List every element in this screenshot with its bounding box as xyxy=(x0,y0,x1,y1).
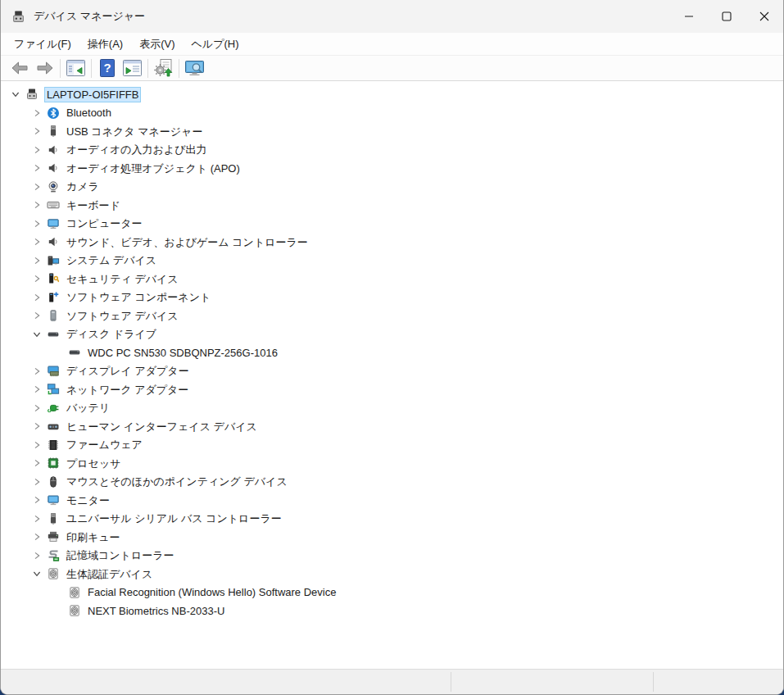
audio-icon xyxy=(47,235,60,248)
chevron-right-icon[interactable] xyxy=(29,310,47,321)
chevron-right-icon[interactable] xyxy=(29,550,47,561)
chevron-right-icon[interactable] xyxy=(29,273,47,284)
tree-item-label: ソフトウェア デバイス xyxy=(66,309,179,323)
chevron-right-icon[interactable] xyxy=(29,531,47,543)
tree-item[interactable]: Facial Recognition (Windows Hello) Softw… xyxy=(1,584,783,602)
chevron-down-icon[interactable] xyxy=(29,568,47,579)
minimize-button[interactable] xyxy=(670,0,708,33)
maximize-button[interactable] xyxy=(708,0,745,33)
firmware-icon xyxy=(47,438,60,452)
chevron-right-icon[interactable] xyxy=(29,420,47,432)
chevron-right-icon[interactable] xyxy=(29,384,47,395)
tree-item-label: ファームウェア xyxy=(66,438,143,452)
tree-item[interactable]: WDC PC SN530 SDBQNPZ-256G-1016 xyxy=(1,343,783,362)
close-button[interactable] xyxy=(745,0,783,33)
tree-item-label: WDC PC SN530 SDBQNPZ-256G-1016 xyxy=(88,346,278,360)
tree-item[interactable]: モニター xyxy=(1,491,783,510)
tree-item[interactable]: カメラ xyxy=(1,178,783,197)
chevron-right-icon[interactable] xyxy=(29,476,47,488)
chevron-right-icon[interactable] xyxy=(29,513,47,525)
chevron-down-icon[interactable] xyxy=(29,329,47,340)
statusbar-separator xyxy=(451,672,451,692)
chevron-right-icon[interactable] xyxy=(29,494,47,506)
remote-computer-button[interactable] xyxy=(182,57,207,79)
computer-icon xyxy=(47,217,60,230)
camera-icon xyxy=(47,180,60,193)
tree-item[interactable]: 印刷キュー xyxy=(1,528,783,547)
chevron-right-icon[interactable] xyxy=(29,439,47,451)
device-manager-icon xyxy=(11,10,25,24)
disk-drive-icon xyxy=(47,328,60,341)
tree-item[interactable]: 記憶域コントローラー xyxy=(1,547,783,566)
statusbar xyxy=(1,669,783,694)
show-console-tree-button[interactable] xyxy=(63,57,88,79)
tree-item[interactable]: システム デバイス xyxy=(1,252,783,270)
help-button[interactable]: ? xyxy=(94,57,120,79)
back-button[interactable] xyxy=(7,57,32,79)
tree-item[interactable]: コンピューター xyxy=(1,215,783,234)
tree-item[interactable]: 生体認証デバイス xyxy=(1,565,783,584)
tree-item[interactable]: バッテリ xyxy=(1,399,783,418)
toolbar-separator xyxy=(91,59,92,78)
chevron-right-icon[interactable] xyxy=(29,181,47,193)
tree-item-label: プロセッサ xyxy=(66,457,121,470)
chevron-right-icon[interactable] xyxy=(29,107,47,119)
tree-item-label: 記憶域コントローラー xyxy=(66,548,174,562)
chevron-right-icon[interactable] xyxy=(29,457,47,469)
tree-item[interactable]: ソフトウェア コンポーネント xyxy=(1,288,783,307)
tree-item[interactable]: セキュリティ デバイス xyxy=(1,270,783,288)
tree-item[interactable]: マウスとそのほかのポインティング デバイス xyxy=(1,473,783,492)
printer-icon xyxy=(47,530,60,543)
tree-item[interactable]: オーディオの入力および出力 xyxy=(1,141,783,160)
tree-item[interactable]: ネットワーク アダプター xyxy=(1,380,783,399)
tree-item[interactable]: ファームウェア xyxy=(1,436,783,455)
chevron-right-icon[interactable] xyxy=(29,366,47,377)
tree-item[interactable]: キーボード xyxy=(1,196,783,215)
properties-button[interactable] xyxy=(120,57,145,79)
tree-item[interactable]: Bluetooth xyxy=(1,104,783,123)
device-manager-window: デバイス マネージャー ファイル(F) 操作(A) 表示(V) ヘルプ(H) xyxy=(0,0,784,695)
storage-controller-icon xyxy=(47,549,60,562)
tree-item[interactable]: オーディオ処理オブジェクト (APO) xyxy=(1,159,783,178)
tree-item[interactable]: USB コネクタ マネージャー xyxy=(1,122,783,141)
chevron-right-icon[interactable] xyxy=(29,236,47,248)
tree-item[interactable]: ディスク ドライブ xyxy=(1,325,783,344)
menu-help[interactable]: ヘルプ(H) xyxy=(184,34,247,54)
menu-action[interactable]: 操作(A) xyxy=(79,34,131,54)
tree-item[interactable]: ディスプレイ アダプター xyxy=(1,362,783,381)
chevron-right-icon[interactable] xyxy=(29,199,47,211)
forward-button[interactable] xyxy=(32,57,57,79)
chevron-down-icon[interactable] xyxy=(7,89,25,100)
biometric-icon xyxy=(68,604,81,617)
chevron-right-icon[interactable] xyxy=(29,218,47,229)
tree-item-label: ユニバーサル シリアル バス コントローラー xyxy=(66,511,282,525)
back-arrow-icon xyxy=(10,58,29,78)
scan-hardware-changes-button[interactable] xyxy=(151,57,176,79)
chevron-right-icon[interactable] xyxy=(29,144,47,156)
tree-item-label: マウスとそのほかのポインティング デバイス xyxy=(66,475,288,488)
menu-file[interactable]: ファイル(F) xyxy=(6,34,79,54)
toolbar: ? xyxy=(1,55,783,81)
chevron-right-icon[interactable] xyxy=(29,292,47,303)
chevron-right-icon[interactable] xyxy=(29,125,47,137)
tree-item[interactable]: ソフトウェア デバイス xyxy=(1,307,783,325)
tree-item[interactable]: NEXT Biometrics NB-2033-U xyxy=(1,602,783,620)
tree-item-label: システム デバイス xyxy=(66,253,156,267)
forward-arrow-icon xyxy=(35,58,55,78)
titlebar: デバイス マネージャー xyxy=(1,0,783,33)
tree-item[interactable]: ヒューマン インターフェイス デバイス xyxy=(1,417,783,436)
chevron-right-icon[interactable] xyxy=(29,255,47,266)
audio-icon xyxy=(47,161,60,175)
monitor-icon xyxy=(47,493,60,506)
tree-root-item[interactable]: LAPTOP-OI5FIFFB xyxy=(1,85,783,104)
tree-item[interactable]: サウンド、ビデオ、およびゲーム コントローラー xyxy=(1,233,783,252)
tree-item-label: オーディオ処理オブジェクト (APO) xyxy=(66,161,240,175)
battery-icon xyxy=(47,402,60,415)
tree-item[interactable]: ユニバーサル シリアル バス コントローラー xyxy=(1,510,783,529)
scan-hardware-icon xyxy=(154,58,174,78)
tree-item[interactable]: プロセッサ xyxy=(1,454,783,473)
tree-item-label: NEXT Biometrics NB-2033-U xyxy=(88,604,224,618)
menu-view[interactable]: 表示(V) xyxy=(131,34,183,54)
chevron-right-icon[interactable] xyxy=(29,402,47,414)
chevron-right-icon[interactable] xyxy=(29,162,47,174)
